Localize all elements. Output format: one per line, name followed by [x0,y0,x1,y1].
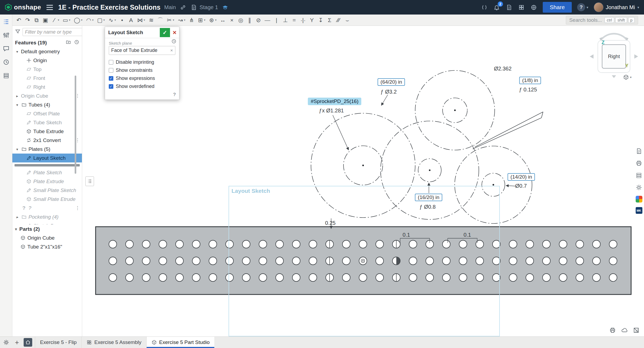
release-notes-icon[interactable] [506,4,513,11]
caret-right-icon[interactable]: ▸ [15,94,19,98]
sketch-plane-field[interactable]: Face of Tube Extrude × [109,46,175,55]
dropdown-caret-icon[interactable]: ▾ [204,18,205,22]
view-cube[interactable]: Right Z Y [587,31,641,82]
feature-right[interactable]: Right [12,83,82,91]
sprocket-circle[interactable] [311,113,415,218]
checkbox-show-expressions[interactable]: ✓Show expressions [109,74,175,82]
dropdown-caret-icon[interactable]: ▾ [92,18,94,22]
dialog-help-icon[interactable]: ? [173,92,176,97]
caret-down-icon[interactable]: ▾ [15,103,19,107]
checkbox-icon[interactable] [109,60,113,65]
feature-default-geometry[interactable]: ▾Default geometry [12,47,82,56]
variables-icon[interactable] [2,31,10,39]
checkbox-show-constraints[interactable]: Show constraints [109,66,175,74]
circular-pattern-tool[interactable]: ⊛▾ [207,16,218,25]
hamburger-menu-icon[interactable] [46,5,53,10]
feature-offset-plate[interactable]: Offset Plate [12,109,82,118]
app-panel-icon-2[interactable] [635,159,643,167]
concentric-constraint-tool[interactable]: ◎ [236,16,245,25]
cancel-x-button[interactable]: × [170,28,179,37]
dimension-text[interactable]: ƒx Ø1.281 [319,108,344,113]
print-preview-icon[interactable] [609,327,616,334]
help-menu[interactable]: ? ▾ [577,3,588,11]
clear-field-icon[interactable]: × [170,48,173,53]
caret-down-icon[interactable]: ▾ [15,147,19,151]
commit-check-button[interactable]: ✓ [160,28,170,37]
dropdown-caret-icon[interactable]: ▾ [215,18,217,22]
mirror-tool[interactable]: ⋈▾ [136,16,147,25]
point-tool[interactable]: • [118,16,126,25]
offset-tool[interactable]: ≋ [147,16,155,25]
feature-history-icon[interactable] [74,40,79,46]
avatar[interactable] [594,2,603,12]
dropdown-caret-icon[interactable]: ▾ [69,18,71,22]
feature-small-plate-sketch[interactable]: Small Plate Sketch [12,186,82,195]
dimension-text[interactable]: ƒ 0.125 [519,87,537,93]
colored-app-icon[interactable] [636,196,642,203]
caret-down-icon[interactable]: ▾ [15,49,19,54]
circle-center-point[interactable] [493,184,494,186]
learning-badge-icon[interactable] [222,4,229,11]
dimension-expression-badge[interactable]: (64/20) in [378,78,405,86]
insert-image-tool[interactable]: ▣ [41,16,50,25]
checkbox-show-overdefined[interactable]: ✓Show overdefined [109,82,175,90]
dropdown-caret-icon[interactable]: ▾ [103,18,105,22]
feature-tube-sketch[interactable]: Tube Sketch [12,118,82,127]
checkbox-icon[interactable]: ✓ [109,84,113,89]
new-tab-button[interactable]: + [13,338,21,346]
bom-icon[interactable] [2,72,10,80]
features-panel-icon[interactable] [2,18,10,26]
equal-constraint-tool[interactable]: = [290,16,298,25]
line-tool[interactable]: ∕▾ [50,16,61,25]
slot-tool[interactable]: ▢▾ [96,16,107,25]
branch-label[interactable]: Main [164,4,176,10]
dropdown-caret-icon[interactable]: ▾ [81,18,83,22]
dimension-text[interactable]: 0.1 [403,232,410,238]
pattern-hatch-tool[interactable]: ∕∕∕ [334,16,343,25]
linear-pattern-tool[interactable]: ⊞▾ [196,16,207,25]
feature-origin[interactable]: Origin [12,56,82,65]
section-view-icon[interactable] [633,327,640,334]
comments-icon[interactable] [2,45,10,53]
dropdown-caret-icon[interactable]: ▾ [58,18,59,22]
sketch-line[interactable] [475,112,543,147]
feature-tubes-4[interactable]: ▾Tubes (4) [12,100,82,109]
caret-down-icon[interactable]: ▾ [15,227,19,231]
search-tools-button[interactable]: Search tools... ctrlshiftp [566,16,638,24]
dimension-expression-badge[interactable]: (1/8) in [519,77,541,84]
view-down-arrow-icon[interactable] [612,75,616,78]
notifications-bell-icon[interactable]: 2 [493,4,500,11]
view-cube-face-label[interactable]: Right [608,54,620,59]
fix-constraint-tool[interactable]: ↧ [316,16,325,25]
dimension-tool[interactable]: ↔ [218,16,227,25]
text-tool[interactable]: A [127,16,135,25]
cloud-sync-icon[interactable] [621,327,628,334]
vertical-constraint-tool[interactable]: | [272,16,281,25]
view-options-button[interactable]: ▾ [623,74,632,80]
dropdown-caret-icon[interactable]: ▾ [114,18,116,22]
part-tube-2-x1-x16[interactable]: Tube 2"x1"x16" [12,242,82,251]
feature-pocketing-4[interactable]: ▸Pocketing (4) [12,212,82,221]
copy-tool[interactable]: ⧉ [32,16,41,25]
dimension-text[interactable]: ƒ Ø3.2 [381,89,397,95]
feature-tube-extrude[interactable]: Tube Extrude [12,127,82,136]
dimension-text[interactable]: Ø0.7 [515,183,527,189]
horizontal-constraint-tool[interactable]: ― [263,16,272,25]
rollback-bar[interactable] [15,164,80,166]
feature-small-plate-etrude[interactable]: Small Plate Etrude [12,195,82,204]
help-icon[interactable]: ? [577,3,585,11]
fillet-tool[interactable]: ⌒ [156,16,165,25]
learning-center-icon[interactable] [530,4,537,11]
caret-right-icon[interactable]: ▸ [15,215,19,219]
spline-tool[interactable]: ∿▾ [107,16,118,25]
dimension-expression-badge[interactable]: #SprocketPD_25(16) [308,98,361,105]
app-panel-icon-4[interactable] [635,184,643,191]
circle-center-point[interactable] [454,109,456,111]
feature-item[interactable]: ??⋮ [12,204,82,212]
user-menu[interactable]: Jonathan Mi ▾ [594,2,639,12]
curvature-tool[interactable]: ⌣ [343,16,352,25]
featurescript-icon[interactable] [481,4,488,11]
extend-tool[interactable]: ↝▾ [176,16,187,25]
part-origin-cube[interactable]: Origin Cube [12,233,82,242]
link-icon[interactable] [180,4,187,11]
